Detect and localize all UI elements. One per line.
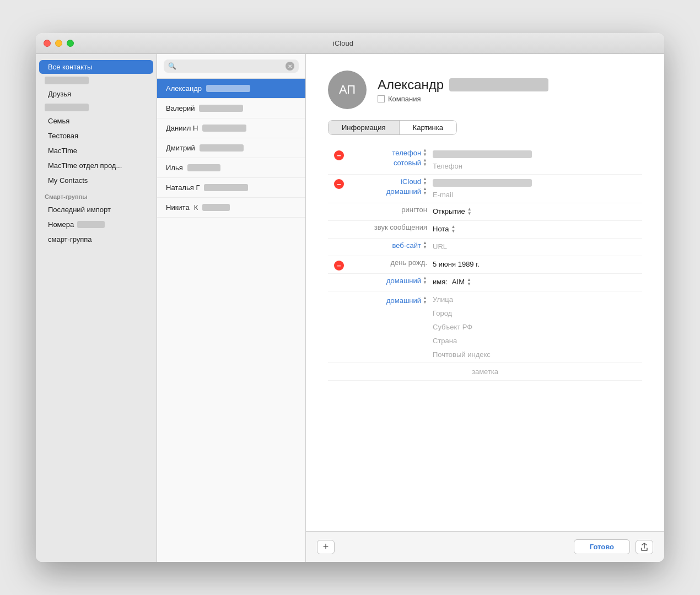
sidebar-item-all-contacts[interactable]: Все контакты	[39, 60, 153, 74]
sidebar-blurred-1	[45, 77, 89, 84]
detail-content: АП Александр Компания Информац	[306, 54, 664, 531]
phone-label-stepper[interactable]: ▲▼	[423, 148, 427, 157]
delete-birthday-button[interactable]: −	[334, 261, 344, 271]
field-label-col-ringtone: рингтон	[350, 205, 433, 214]
icloud-value	[433, 179, 532, 187]
search-clear-button[interactable]: ✕	[286, 62, 294, 71]
search-input[interactable]	[179, 62, 283, 71]
sidebar-item-smart-group[interactable]: смарт-группа	[39, 232, 153, 246]
contact-item-ilya[interactable]: Илья	[157, 158, 305, 178]
contact-last-name-blur	[449, 78, 548, 91]
contact-first-name: Илья	[166, 164, 183, 172]
ringtone-value[interactable]: Открытие	[433, 205, 465, 217]
field-row-icloud: − iCloud ▲▼ домашний ▲▼	[328, 175, 642, 203]
field-delete-website	[328, 241, 350, 243]
website-value[interactable]: URL	[433, 241, 642, 252]
field-delete-birthday: −	[328, 258, 350, 271]
field-row-aim: домашний ▲▼ имя: AIM ▲▼	[328, 274, 642, 291]
address-label-stepper[interactable]: ▲▼	[423, 296, 427, 305]
search-icon: 🔍	[168, 62, 176, 70]
tab-picture[interactable]: Картинка	[400, 121, 456, 134]
aim-label-stepper[interactable]: ▲▼	[423, 276, 427, 285]
icloud-label[interactable]: iCloud ▲▼	[401, 177, 427, 186]
contact-item-daniil[interactable]: Даниил Н	[157, 118, 305, 138]
field-row-ringtone: рингтон Открытие ▲▼	[328, 203, 642, 221]
note-field[interactable]: заметка	[328, 363, 642, 381]
sidebar-item-numbers[interactable]: Номера	[39, 218, 153, 231]
company-checkbox[interactable]	[378, 95, 385, 102]
website-label[interactable]: веб-сайт ▲▼	[392, 241, 428, 250]
tab-info[interactable]: Информация	[329, 121, 400, 134]
field-row-phone: − телефон ▲▼ сотовый ▲▼	[328, 146, 642, 175]
phone-sublabel[interactable]: сотовый ▲▼	[394, 158, 427, 167]
field-value-col-phone: Телефон	[433, 148, 642, 172]
sidebar: Все контакты Друзья Семья Тестовая MacTi…	[36, 54, 157, 562]
address-city[interactable]: Город	[433, 307, 642, 319]
sidebar-item-last-import[interactable]: Последний импорт	[39, 203, 153, 217]
contact-last-name-blur	[204, 184, 248, 191]
field-label-col-icloud: iCloud ▲▼ домашний ▲▼	[350, 177, 433, 196]
sidebar-item-family[interactable]: Семья	[39, 114, 153, 128]
icloud-label-stepper[interactable]: ▲▼	[423, 177, 427, 186]
birthday-value[interactable]: 5 июня 1989 г.	[433, 258, 642, 270]
avatar: АП	[328, 71, 367, 109]
address-region[interactable]: Субъект РФ	[433, 321, 642, 333]
contact-list: Александр Валерий Даниил Н Дмитрий	[157, 79, 305, 562]
field-value-col-address: Улица Город Субъект РФ Страна Почтовый и…	[433, 294, 642, 360]
contact-first-name: Даниил Н	[166, 124, 198, 132]
message-sound-value[interactable]: Нота	[433, 223, 449, 235]
contact-full-name: Александр	[378, 77, 548, 93]
contact-item-natalya[interactable]: Наталья Г	[157, 178, 305, 198]
contact-last-prefix: К	[194, 203, 198, 212]
address-zip[interactable]: Почтовый индекс	[433, 349, 642, 360]
delete-icloud-button[interactable]: −	[334, 179, 344, 189]
detail-panel: АП Александр Компания Информац	[306, 54, 664, 562]
done-button[interactable]: Готово	[574, 539, 630, 554]
sidebar-item-mactime-dept[interactable]: MacTime отдел прод...	[39, 159, 153, 172]
icloud-sublabel-stepper[interactable]: ▲▼	[423, 187, 427, 196]
address-country[interactable]: Страна	[433, 335, 642, 347]
icloud-subvalue[interactable]: E-mail	[433, 189, 642, 201]
aim-value-prefix: имя:	[433, 276, 448, 288]
ringtone-stepper[interactable]: ▲▼	[467, 207, 472, 216]
field-value-col-icloud: E-mail	[433, 177, 642, 201]
share-button[interactable]	[636, 540, 653, 554]
phone-subvalue[interactable]: Телефон	[433, 160, 642, 172]
delete-phone-button[interactable]: −	[334, 150, 344, 160]
sidebar-blurred-2	[45, 104, 89, 111]
contact-item-nikita[interactable]: Никита К	[157, 198, 305, 218]
sidebar-item-my-contacts[interactable]: My Contacts	[39, 174, 153, 187]
message-sound-value-row: Нота ▲▼	[433, 223, 642, 235]
sidebar-item-test[interactable]: Тестовая	[39, 129, 153, 143]
field-label-col-address: домашний ▲▼	[350, 294, 433, 305]
field-delete-ringtone	[328, 205, 350, 208]
search-input-wrapper[interactable]: 🔍 ✕	[164, 60, 299, 73]
message-sound-stepper[interactable]: ▲▼	[451, 225, 455, 234]
aim-label[interactable]: домашний ▲▼	[386, 276, 427, 285]
website-label-stepper[interactable]: ▲▼	[423, 241, 427, 250]
sidebar-item-friends[interactable]: Друзья	[39, 87, 153, 101]
contact-item-aleksandr[interactable]: Александр	[157, 79, 305, 99]
phone-sublabel-stepper[interactable]: ▲▼	[423, 158, 427, 167]
main-content: Все контакты Друзья Семья Тестовая MacTi…	[36, 54, 664, 562]
contact-item-dmitriy[interactable]: Дмитрий	[157, 138, 305, 158]
field-delete-message-sound	[328, 223, 350, 225]
contact-first-name: Дмитрий	[166, 144, 195, 152]
contact-item-valeriy[interactable]: Валерий	[157, 99, 305, 118]
contact-last-name-blur	[199, 105, 243, 112]
contact-last-name-blur	[206, 85, 250, 92]
aim-stepper[interactable]: ▲▼	[467, 278, 471, 286]
share-icon	[640, 543, 649, 551]
address-street[interactable]: Улица	[433, 294, 642, 305]
aim-value[interactable]: AIM	[452, 276, 465, 288]
field-row-website: веб-сайт ▲▼ URL	[328, 239, 642, 256]
ringtone-label: рингтон	[401, 205, 427, 214]
address-label[interactable]: домашний ▲▼	[386, 296, 427, 305]
add-contact-button[interactable]: +	[317, 540, 335, 554]
app-window: iCloud Все контакты Друзья Семья Тестова…	[36, 33, 664, 562]
phone-label[interactable]: телефон ▲▼	[392, 148, 427, 157]
sidebar-item-mactime[interactable]: MacTime	[39, 144, 153, 158]
contact-first-name: Никита	[166, 203, 190, 212]
contact-last-name-blur	[202, 125, 246, 132]
icloud-sublabel[interactable]: домашний ▲▼	[386, 187, 427, 196]
